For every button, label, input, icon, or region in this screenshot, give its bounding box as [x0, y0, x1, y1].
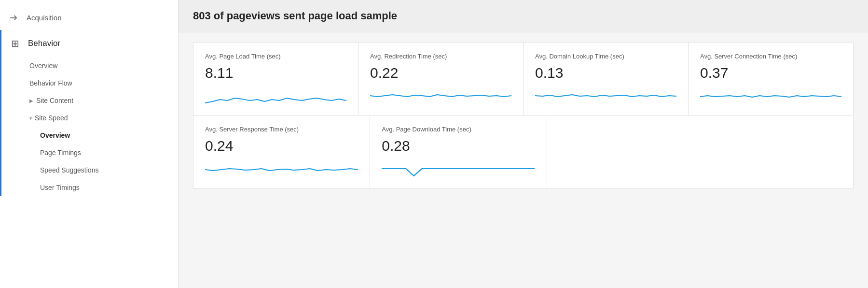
sparkline-avg-server-connection: [700, 86, 841, 105]
metrics-area: Avg. Page Load Time (sec) 8.11 Avg. Redi…: [179, 32, 868, 198]
behavior-flow-label: Behavior Flow: [29, 79, 72, 87]
sidebar-item-user-timings[interactable]: User Timings: [1, 179, 178, 196]
metric-card-avg-redirection: Avg. Redirection Time (sec) 0.22: [358, 43, 524, 115]
sidebar-behavior-section: ⊞ Behavior Overview Behavior Flow ▶ Site…: [0, 30, 178, 196]
empty-filler: [547, 115, 854, 188]
speed-suggestions-label: Speed Suggestions: [40, 166, 98, 174]
sidebar-item-behavior[interactable]: ⊞ Behavior: [1, 30, 178, 57]
site-speed-arrow: ▾: [29, 115, 32, 121]
sidebar-item-site-speed-overview[interactable]: Overview: [1, 127, 178, 144]
metric-card-avg-server-response: Avg. Server Response Time (sec) 0.24: [193, 115, 370, 188]
metric-label-avg-server-connection: Avg. Server Connection Time (sec): [700, 52, 841, 61]
metric-value-avg-page-download: 0.28: [382, 138, 535, 154]
metric-label-avg-server-response: Avg. Server Response Time (sec): [205, 125, 358, 134]
sidebar-behavior-label: Behavior: [28, 39, 60, 48]
metric-value-avg-domain-lookup: 0.13: [535, 65, 676, 81]
page-title: 803 of pageviews sent page load sample: [193, 10, 854, 22]
metric-card-avg-page-load: Avg. Page Load Time (sec) 8.11: [193, 43, 358, 115]
sparkline-avg-page-load: [205, 86, 346, 105]
overview-label: Overview: [29, 62, 57, 70]
metric-value-avg-page-load: 8.11: [205, 65, 346, 81]
metric-value-avg-server-connection: 0.37: [700, 65, 841, 81]
site-speed-overview-label: Overview: [40, 131, 70, 139]
sparkline-avg-domain-lookup: [535, 86, 676, 105]
site-speed-label: Site Speed: [35, 114, 68, 122]
page-header: 803 of pageviews sent page load sample: [179, 0, 868, 32]
metric-label-avg-page-download: Avg. Page Download Time (sec): [382, 125, 535, 134]
sidebar-item-site-content[interactable]: ▶ Site Content: [1, 92, 178, 109]
metrics-row-2: Avg. Server Response Time (sec) 0.24 Avg…: [193, 115, 854, 188]
sidebar-acquisition-label: Acquisition: [27, 14, 62, 22]
metric-label-avg-page-load: Avg. Page Load Time (sec): [205, 52, 346, 61]
metric-label-avg-redirection: Avg. Redirection Time (sec): [370, 52, 511, 61]
user-timings-label: User Timings: [40, 184, 80, 191]
main-content: 803 of pageviews sent page load sample A…: [179, 0, 868, 288]
acquisition-icon: ➜: [10, 12, 18, 23]
site-content-arrow: ▶: [29, 98, 33, 103]
sidebar-item-overview[interactable]: Overview: [1, 57, 178, 74]
metric-value-avg-redirection: 0.22: [370, 65, 511, 81]
metric-card-avg-domain-lookup: Avg. Domain Lookup Time (sec) 0.13: [524, 43, 689, 115]
metric-label-avg-domain-lookup: Avg. Domain Lookup Time (sec): [535, 52, 676, 61]
sparkline-avg-redirection: [370, 86, 511, 105]
sidebar-item-page-timings[interactable]: Page Timings: [1, 144, 178, 161]
sidebar-item-behavior-flow[interactable]: Behavior Flow: [1, 74, 178, 92]
sidebar-item-site-speed[interactable]: ▾ Site Speed: [1, 109, 178, 127]
sidebar-item-speed-suggestions[interactable]: Speed Suggestions: [1, 161, 178, 179]
metric-card-avg-server-connection: Avg. Server Connection Time (sec) 0.37: [689, 43, 853, 115]
sidebar-item-acquisition[interactable]: ➜ Acquisition: [0, 5, 178, 30]
sparkline-avg-page-download: [382, 159, 535, 178]
metric-value-avg-server-response: 0.24: [205, 138, 358, 154]
metrics-row-1: Avg. Page Load Time (sec) 8.11 Avg. Redi…: [193, 42, 854, 115]
behavior-icon: ⊞: [11, 38, 19, 49]
metric-card-avg-page-download: Avg. Page Download Time (sec) 0.28: [370, 115, 547, 188]
site-content-label: Site Content: [36, 97, 73, 104]
page-timings-label: Page Timings: [40, 149, 81, 157]
sparkline-avg-server-response: [205, 159, 358, 178]
sidebar: ➜ Acquisition ⊞ Behavior Overview Behavi…: [0, 0, 179, 288]
